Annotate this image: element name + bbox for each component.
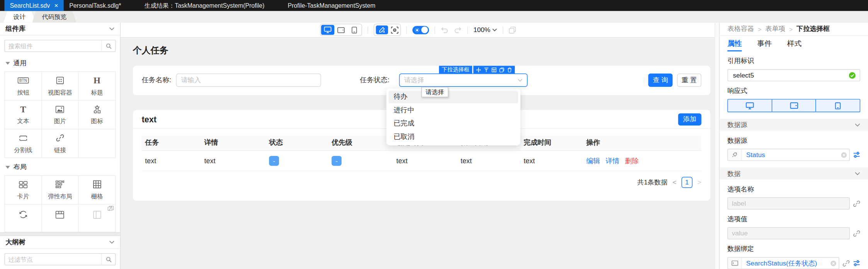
page-title: 个人任务 bbox=[133, 45, 168, 56]
component-view-container[interactable]: 视图容器 bbox=[42, 72, 78, 100]
mobile-icon bbox=[352, 26, 357, 34]
component-divider[interactable]: 分割线 bbox=[5, 129, 41, 157]
sliders-settings-icon[interactable] bbox=[853, 151, 860, 158]
component-carousel[interactable] bbox=[5, 205, 41, 232]
undo-button[interactable] bbox=[441, 27, 448, 33]
tablet-device-button[interactable] bbox=[334, 25, 347, 35]
section-layout[interactable]: 布局 bbox=[0, 158, 120, 175]
search-icon[interactable] bbox=[101, 254, 115, 265]
inspect-button[interactable] bbox=[391, 26, 398, 34]
select-parent-icon[interactable] bbox=[484, 67, 489, 72]
outline-filter-input[interactable] bbox=[5, 254, 101, 265]
section-general[interactable]: 通用 bbox=[0, 54, 120, 71]
move-icon[interactable] bbox=[476, 67, 481, 72]
desktop-icon bbox=[324, 27, 332, 33]
responsive-label: 响应式 bbox=[727, 86, 860, 95]
delete-link[interactable]: 删除 bbox=[625, 156, 639, 166]
page-number[interactable]: 1 bbox=[681, 177, 693, 188]
column-header: 状态 bbox=[269, 138, 332, 147]
file-tab-personaltask[interactable]: PersonalTask.sdlg* bbox=[64, 0, 127, 11]
toolbar-divider bbox=[407, 26, 407, 34]
add-button[interactable]: 添加 bbox=[678, 113, 701, 125]
close-icon[interactable]: × bbox=[54, 2, 58, 9]
sliders-settings-icon[interactable] bbox=[853, 260, 860, 266]
redo-button[interactable] bbox=[454, 27, 462, 33]
zoom-level: 100% bbox=[473, 26, 490, 34]
link-binding-icon[interactable] bbox=[842, 260, 850, 267]
table-icon[interactable] bbox=[492, 67, 497, 72]
responsive-desktop-button[interactable] bbox=[728, 100, 772, 112]
design-tools-button[interactable] bbox=[376, 25, 388, 34]
responsive-tablet-button[interactable] bbox=[771, 100, 815, 112]
inspector-tabs: 属性 事件 样式 bbox=[720, 36, 868, 51]
dropdown-option[interactable]: 已完成 bbox=[389, 117, 518, 130]
component-card[interactable]: 卡片 bbox=[5, 176, 41, 204]
inspector-panel: 表格容器 > 表单项 > 下拉选择框 属性 事件 样式 引用标识 响应式 bbox=[719, 23, 868, 269]
dropdown-option[interactable]: 进行中 bbox=[389, 104, 518, 117]
component-icon[interactable]: 图标 bbox=[79, 101, 115, 129]
dropdown-option[interactable]: 已取消 bbox=[389, 130, 518, 143]
data-binding-field[interactable]: SearchStatus(任务状态) bbox=[727, 257, 839, 269]
dropdown-option[interactable]: 待办 bbox=[389, 91, 518, 103]
edit-link[interactable]: 编辑 bbox=[586, 156, 600, 166]
theme-toggle[interactable] bbox=[412, 26, 429, 34]
file-tab-profile[interactable]: Profile-TaskManagementSystem bbox=[282, 0, 381, 11]
tab-events[interactable]: 事件 bbox=[757, 36, 772, 51]
sun-icon bbox=[415, 27, 420, 32]
component-columns[interactable] bbox=[79, 205, 115, 232]
section-data[interactable]: 数据 bbox=[720, 167, 868, 180]
query-button[interactable]: 查 询 bbox=[648, 74, 672, 87]
responsive-mobile-button[interactable] bbox=[815, 100, 859, 112]
section-datasource-label: 数据源 bbox=[727, 120, 747, 130]
detail-link[interactable]: 详情 bbox=[606, 156, 620, 166]
option-value-label: 选项值 bbox=[727, 215, 860, 224]
breadcrumb-item[interactable]: 表格容器 bbox=[727, 24, 754, 34]
delete-icon[interactable] bbox=[507, 67, 512, 72]
section-datasource[interactable]: 数据源 bbox=[720, 119, 868, 131]
component-grid-layout: 卡片 弹性布局 栅格 bbox=[4, 175, 116, 232]
next-page-icon[interactable]: > bbox=[698, 179, 701, 186]
breadcrumb-item[interactable]: 表单项 bbox=[765, 24, 785, 34]
tab-styles[interactable]: 样式 bbox=[787, 36, 802, 51]
clear-icon[interactable] bbox=[838, 149, 849, 161]
table-row: text text - - text text text 编辑 详情 删除 bbox=[142, 151, 701, 171]
tab-design[interactable]: 设计 bbox=[3, 11, 36, 23]
canvas: 100% 个人任务 任务名称: 任务状态: 请选择 bbox=[121, 23, 715, 269]
mobile-icon bbox=[835, 102, 841, 109]
clear-icon[interactable] bbox=[827, 257, 839, 269]
component-grid-layout-item[interactable]: 栅格 bbox=[79, 176, 115, 204]
reset-button[interactable]: 重 置 bbox=[677, 74, 701, 87]
option-value-field: value bbox=[727, 227, 850, 240]
datasource-field[interactable]: Status bbox=[727, 149, 850, 161]
outline-tree-header[interactable]: 大纲树 bbox=[0, 236, 120, 249]
file-tab-searchlist[interactable]: SearchList.sdv × bbox=[4, 0, 64, 11]
copy-icon[interactable] bbox=[499, 67, 504, 72]
tab-properties[interactable]: 属性 bbox=[727, 36, 742, 51]
select-dropdown-panel: 待办 进行中 已完成 已取消 bbox=[386, 88, 521, 145]
prev-page-icon[interactable]: < bbox=[672, 179, 676, 186]
link-binding-icon[interactable] bbox=[853, 230, 860, 237]
component-search-input[interactable] bbox=[5, 41, 101, 52]
panel-splitter[interactable] bbox=[0, 232, 120, 236]
file-tab-generate-result[interactable]: 生成结果：TaskManagementSystem(Profile) bbox=[139, 0, 270, 11]
tab-code-preview[interactable]: 代码预览 bbox=[32, 11, 77, 23]
component-text[interactable]: T 文本 bbox=[5, 101, 41, 129]
ref-id-input[interactable] bbox=[732, 71, 846, 80]
component-library-header[interactable]: 组件库 bbox=[0, 23, 120, 36]
component-heading[interactable]: H 标题 bbox=[79, 72, 115, 100]
search-icon[interactable] bbox=[101, 41, 115, 52]
mobile-device-button[interactable] bbox=[348, 25, 361, 35]
component-button[interactable]: BTN 按钮 bbox=[5, 72, 41, 100]
component-link[interactable]: 链接 bbox=[42, 129, 78, 157]
desktop-device-button[interactable] bbox=[321, 25, 334, 35]
export-button[interactable] bbox=[509, 26, 516, 34]
link-binding-icon[interactable] bbox=[853, 200, 860, 207]
task-status-select[interactable]: 请选择 bbox=[399, 74, 528, 87]
task-name-input[interactable] bbox=[176, 74, 321, 87]
component-tabs[interactable] bbox=[42, 205, 78, 232]
panel-toggle-icon[interactable] bbox=[107, 206, 114, 211]
component-image[interactable]: 图片 bbox=[42, 101, 78, 129]
breadcrumb-item-current[interactable]: 下拉选择框 bbox=[797, 24, 830, 34]
zoom-control[interactable]: 100% bbox=[473, 26, 497, 34]
component-flex-layout[interactable]: 弹性布局 bbox=[42, 176, 78, 204]
